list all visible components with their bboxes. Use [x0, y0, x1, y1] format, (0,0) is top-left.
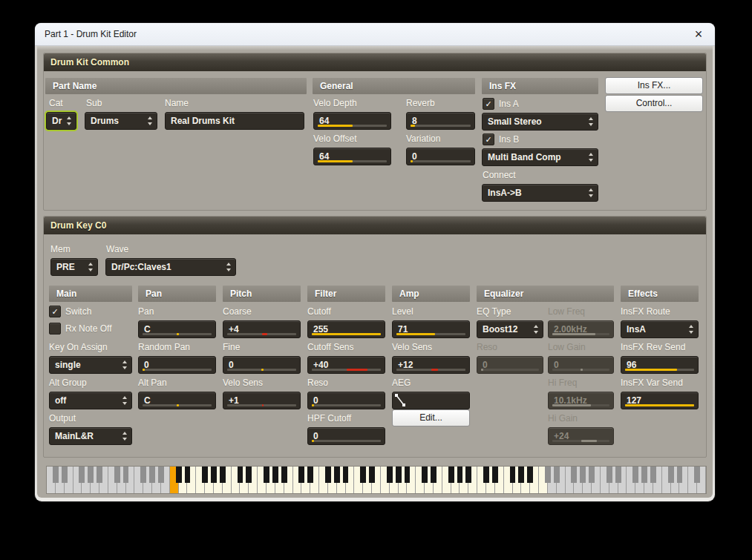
cat-dropdown[interactable]: Dr: [46, 112, 76, 130]
amp-velo-sens-field[interactable]: +12: [392, 356, 470, 374]
piano-black-key[interactable]: [246, 467, 252, 483]
piano-black-key[interactable]: [492, 467, 498, 483]
piano-black-key[interactable]: [518, 467, 524, 483]
rx-note-off-checkbox[interactable]: [49, 323, 61, 335]
piano-black-key[interactable]: [396, 467, 402, 483]
random-pan-field[interactable]: 0: [138, 356, 216, 374]
spinner-icon[interactable]: [122, 360, 128, 369]
cutoff-field[interactable]: 255: [307, 320, 385, 338]
spinner-icon[interactable]: [226, 263, 232, 271]
filter-reso-field[interactable]: 0: [307, 392, 385, 409]
ins-b-checkbox[interactable]: ✓: [483, 134, 494, 145]
piano-black-key[interactable]: [448, 467, 454, 483]
piano-black-key[interactable]: [211, 467, 217, 483]
wave-dropdown[interactable]: Dr/Pc:Claves1: [105, 258, 236, 276]
pan-field[interactable]: C: [138, 320, 216, 338]
piano-black-key[interactable]: [238, 467, 243, 483]
piano-black-key[interactable]: [123, 467, 129, 483]
insfx-route-dropdown[interactable]: InsA: [621, 320, 699, 338]
spinner-icon[interactable]: [589, 188, 594, 197]
piano-black-key[interactable]: [369, 467, 375, 483]
mem-dropdown[interactable]: PRE: [50, 258, 98, 276]
piano-black-key[interactable]: [668, 467, 674, 483]
aeg-edit-button[interactable]: Edit...: [392, 409, 470, 426]
title-bar[interactable]: Part 1 - Drum Kit Editor ×: [35, 23, 715, 46]
eq-type-dropdown[interactable]: Boost12: [477, 320, 543, 338]
piano-black-key[interactable]: [694, 467, 700, 483]
piano-black-key[interactable]: [527, 467, 533, 483]
hpf-cutoff-field[interactable]: 0: [307, 427, 385, 445]
insfx-rev-send-field[interactable]: 96: [621, 356, 699, 374]
piano-black-key[interactable]: [114, 467, 120, 483]
piano-black-key[interactable]: [97, 467, 102, 483]
piano-black-key[interactable]: [465, 467, 471, 483]
ins-a-dropdown[interactable]: Small Stereo: [482, 113, 598, 131]
piano-black-key[interactable]: [281, 467, 287, 483]
close-icon[interactable]: ×: [690, 25, 707, 43]
fine-field[interactable]: 0: [223, 356, 301, 374]
piano-black-key[interactable]: [483, 467, 489, 483]
spinner-icon[interactable]: [689, 325, 694, 334]
output-dropdown[interactable]: MainL&R: [49, 427, 132, 445]
coarse-field[interactable]: +4: [223, 320, 301, 338]
insfx-var-send-field[interactable]: 127: [621, 392, 699, 409]
ins-a-checkbox[interactable]: ✓: [483, 98, 494, 110]
piano-black-key[interactable]: [325, 467, 331, 483]
piano-black-key[interactable]: [158, 467, 164, 483]
piano-black-key[interactable]: [298, 467, 304, 483]
piano-black-key[interactable]: [202, 467, 208, 483]
aeg-envelope-display[interactable]: [392, 392, 470, 409]
spinner-icon[interactable]: [534, 325, 539, 334]
piano-black-key[interactable]: [176, 467, 182, 483]
velo-offset-field[interactable]: 64: [313, 148, 391, 165]
variation-field[interactable]: 0: [406, 148, 475, 165]
ins-b-dropdown[interactable]: Multi Band Comp: [482, 148, 598, 166]
piano-black-key[interactable]: [641, 467, 647, 483]
spinner-icon[interactable]: [122, 396, 128, 405]
piano-black-key[interactable]: [334, 467, 340, 483]
key-on-assign-dropdown[interactable]: single: [49, 356, 132, 374]
piano-black-key[interactable]: [677, 467, 683, 483]
piano-black-key[interactable]: [360, 467, 366, 483]
spinner-icon[interactable]: [589, 117, 594, 126]
control-button[interactable]: Control...: [605, 95, 703, 112]
piano-black-key[interactable]: [149, 467, 155, 483]
piano-black-key[interactable]: [457, 467, 463, 483]
piano-black-key[interactable]: [545, 467, 551, 483]
switch-checkbox[interactable]: ✓: [49, 306, 61, 317]
piano-black-key[interactable]: [632, 467, 638, 483]
piano-black-key[interactable]: [220, 467, 226, 483]
piano-black-key[interactable]: [272, 467, 278, 483]
piano-black-key[interactable]: [510, 467, 516, 483]
piano-black-key[interactable]: [405, 467, 411, 483]
piano-keyboard[interactable]: [46, 466, 707, 494]
piano-black-key[interactable]: [431, 467, 437, 483]
piano-black-key[interactable]: [53, 467, 59, 483]
reverb-field[interactable]: 8: [406, 112, 475, 130]
alt-group-dropdown[interactable]: off: [49, 392, 132, 409]
spinner-icon[interactable]: [122, 432, 128, 441]
connect-dropdown[interactable]: InsA->B: [482, 184, 598, 202]
velo-depth-field[interactable]: 64: [313, 112, 391, 130]
piano-black-key[interactable]: [307, 467, 313, 483]
piano-black-key[interactable]: [554, 467, 560, 483]
piano-black-key[interactable]: [580, 467, 586, 483]
piano-black-key[interactable]: [615, 467, 621, 483]
piano-black-key[interactable]: [343, 467, 349, 483]
piano-black-key[interactable]: [62, 467, 68, 483]
spinner-icon[interactable]: [589, 153, 594, 162]
piano-black-key[interactable]: [589, 467, 595, 483]
piano-black-key[interactable]: [387, 467, 393, 483]
piano-black-key[interactable]: [88, 467, 94, 483]
insfx-button[interactable]: Ins FX...: [605, 77, 703, 94]
piano-black-key[interactable]: [264, 467, 269, 483]
piano-black-key[interactable]: [606, 467, 612, 483]
name-input[interactable]: Real Drums Kit: [165, 112, 304, 130]
sub-dropdown[interactable]: Drums: [85, 112, 157, 130]
alt-pan-field[interactable]: C: [138, 392, 216, 409]
cutoff-sens-field[interactable]: +40: [307, 356, 385, 374]
spinner-icon[interactable]: [148, 116, 153, 125]
piano-black-key[interactable]: [571, 467, 577, 483]
spinner-icon[interactable]: [88, 263, 94, 271]
piano-black-key[interactable]: [79, 467, 85, 483]
